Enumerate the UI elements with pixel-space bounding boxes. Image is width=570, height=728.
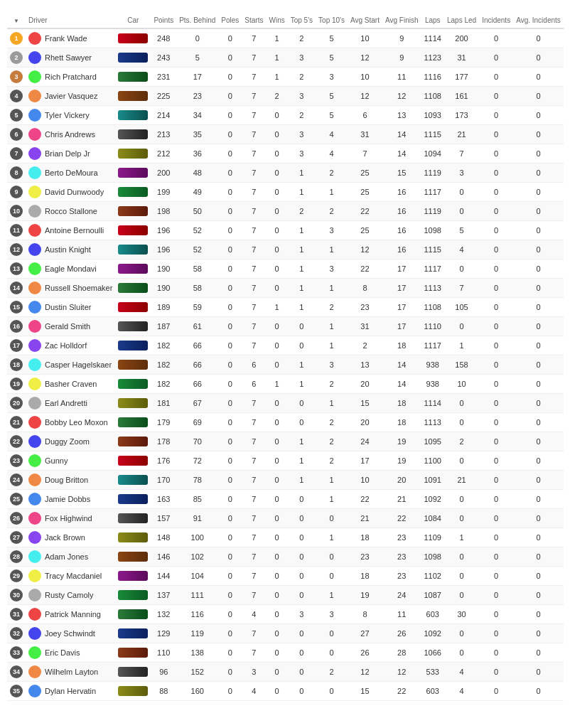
cell-wins: 0 xyxy=(266,164,287,183)
cell-points: 144 xyxy=(151,567,176,586)
cell-starts: 7 xyxy=(242,48,266,68)
cell-driver: Rocco Stallone xyxy=(26,202,115,221)
driver-avatar xyxy=(28,531,41,544)
cell-car xyxy=(115,106,151,125)
cell-incidents: 0 xyxy=(479,432,513,451)
cell-starts: 7 xyxy=(242,432,266,451)
cell-wins: 0 xyxy=(266,451,287,471)
cell-laps: 1109 xyxy=(421,528,443,547)
cell-incidents: 0 xyxy=(479,509,513,528)
driver-name: Joey Schwindt xyxy=(45,629,95,638)
cell-driver: Berto DeMoura xyxy=(26,164,115,183)
col-header-laps[interactable]: Laps xyxy=(421,13,443,28)
cell-incidents: 0 xyxy=(479,279,513,298)
cell-poles: 0 xyxy=(218,375,242,394)
cell-laps: 1098 xyxy=(421,221,443,240)
table-row: 18 Casper Hagelskaer 182 66 0 6 0 1 3 13… xyxy=(7,355,564,375)
driver-name: Adam Jones xyxy=(45,552,88,561)
cell-starts: 7 xyxy=(242,528,266,547)
driver-avatar xyxy=(28,51,41,64)
col-header-wins[interactable]: Wins xyxy=(266,13,287,28)
cell-incidents: 0 xyxy=(479,259,513,279)
cell-laps-led: 173 xyxy=(444,106,479,125)
table-row: 14 Russell Shoemaker 190 58 0 7 0 1 1 8 … xyxy=(7,279,564,298)
cell-top5s: 0 xyxy=(288,624,316,643)
cell-avg-start: 23 xyxy=(348,298,382,317)
cell-position: 1 xyxy=(7,28,26,48)
cell-starts: 7 xyxy=(242,586,266,605)
table-row: 22 Duggy Zoom 178 70 0 7 0 1 2 24 19 109… xyxy=(7,432,564,451)
car-image xyxy=(118,513,148,523)
driver-name: Basher Craven xyxy=(45,380,97,388)
cell-car xyxy=(115,125,151,144)
cell-driver: Jack Brown xyxy=(26,528,115,547)
cell-points: 129 xyxy=(151,624,176,643)
col-header-avg-incidents[interactable]: Avg. Incidents xyxy=(513,13,564,28)
cell-poles: 0 xyxy=(218,605,242,624)
driver-avatar xyxy=(28,301,41,314)
col-header-incidents[interactable]: Incidents xyxy=(479,13,513,28)
col-header-top10s[interactable]: Top 10's xyxy=(316,13,348,28)
col-header-top5s[interactable]: Top 5's xyxy=(288,13,316,28)
cell-driver: David Dunwoody xyxy=(26,183,115,202)
position-badge: 7 xyxy=(10,147,23,160)
cell-wins: 0 xyxy=(266,605,287,624)
cell-top5s: 0 xyxy=(288,682,316,701)
cell-avg-start: 20 xyxy=(348,375,382,394)
cell-driver: Wilhelm Layton xyxy=(26,663,115,682)
col-header-pos[interactable]: ▼ xyxy=(7,13,26,28)
cell-pts-behind: 85 xyxy=(176,490,218,509)
cell-car xyxy=(115,509,151,528)
cell-avg-finish: 16 xyxy=(382,221,421,240)
cell-avg-start: 12 xyxy=(348,87,382,106)
driver-name: Rich Pratchard xyxy=(45,73,97,81)
cell-poles: 0 xyxy=(218,509,242,528)
cell-pts-behind: 50 xyxy=(176,202,218,221)
cell-position: 26 xyxy=(7,509,26,528)
cell-top5s: 0 xyxy=(288,490,316,509)
table-row: 26 Fox Highwind 157 91 0 7 0 0 0 21 22 1… xyxy=(7,509,564,528)
driver-avatar xyxy=(28,569,41,582)
col-header-avg-start[interactable]: Avg Start xyxy=(348,13,382,28)
cell-top5s: 0 xyxy=(288,547,316,567)
col-header-driver[interactable]: Driver xyxy=(26,13,115,28)
cell-laps-led: 0 xyxy=(444,317,479,336)
position-badge: 17 xyxy=(10,339,23,352)
cell-position: 22 xyxy=(7,432,26,451)
cell-pts-behind: 52 xyxy=(176,221,218,240)
cell-position: 12 xyxy=(7,240,26,259)
driver-avatar xyxy=(28,90,41,102)
cell-top10s: 5 xyxy=(316,28,348,48)
car-image xyxy=(118,398,148,408)
col-header-pts-behind[interactable]: Pts. Behind xyxy=(176,13,218,28)
cell-laps-led: 0 xyxy=(444,643,479,663)
table-row: 32 Joey Schwindt 129 119 0 7 0 0 0 27 26… xyxy=(7,624,564,643)
driver-avatar xyxy=(28,454,41,467)
cell-starts: 7 xyxy=(242,394,266,413)
cell-points: 132 xyxy=(151,605,176,624)
cell-poles: 0 xyxy=(218,586,242,605)
cell-points: 198 xyxy=(151,202,176,221)
position-badge: 34 xyxy=(10,665,23,678)
col-header-laps-led[interactable]: Laps Led xyxy=(444,13,479,28)
table-row: 15 Dustin Sluiter 189 59 0 7 1 1 2 23 17… xyxy=(7,298,564,317)
car-image xyxy=(118,264,148,274)
col-header-avg-finish[interactable]: Avg Finish xyxy=(382,13,421,28)
cell-position: 15 xyxy=(7,298,26,317)
car-image xyxy=(118,321,148,331)
cell-car xyxy=(115,567,151,586)
col-header-car[interactable]: Car xyxy=(115,13,151,28)
col-header-points[interactable]: Points xyxy=(151,13,176,28)
col-header-starts[interactable]: Starts xyxy=(242,13,266,28)
position-badge: 3 xyxy=(10,70,23,83)
cell-points: 163 xyxy=(151,490,176,509)
cell-laps: 1092 xyxy=(421,490,443,509)
cell-wins: 0 xyxy=(266,624,287,643)
cell-position: 8 xyxy=(7,164,26,183)
cell-avg-incidents: 0 xyxy=(513,490,564,509)
position-badge: 11 xyxy=(10,224,23,237)
car-image xyxy=(118,667,148,677)
col-header-poles[interactable]: Poles xyxy=(218,13,242,28)
cell-driver: Bobby Leo Moxon xyxy=(26,413,115,432)
cell-avg-incidents: 0 xyxy=(513,183,564,202)
